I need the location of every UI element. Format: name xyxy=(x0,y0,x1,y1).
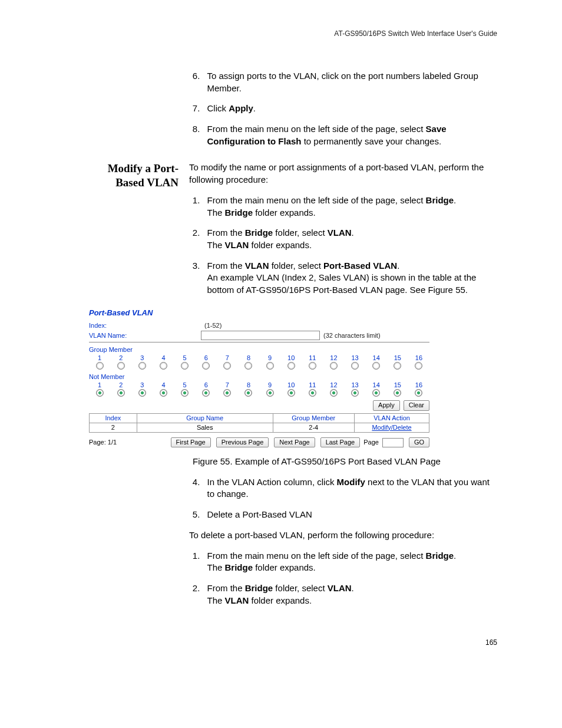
not-member-label: Not Member xyxy=(89,373,429,381)
step-4: In the VLAN Action column, click Modify … xyxy=(203,476,498,500)
port-header-2: 2 xyxy=(110,381,131,389)
not-member-radio-3[interactable] xyxy=(138,389,146,397)
not-member-radio-15[interactable] xyxy=(394,389,401,397)
port-header-9: 9 xyxy=(259,381,280,389)
group-member-radio-9[interactable] xyxy=(266,362,274,370)
not-member-radio-13[interactable] xyxy=(351,389,359,397)
not-member-radio-16[interactable] xyxy=(415,389,422,397)
delete-step-1: From the main menu on the left side of t… xyxy=(203,550,498,574)
td-index: 2 xyxy=(90,423,137,432)
not-member-radio-9[interactable] xyxy=(266,389,274,397)
group-member-radio-2[interactable] xyxy=(117,362,125,370)
port-header-10: 10 xyxy=(280,381,302,389)
not-member-radio-10[interactable] xyxy=(287,389,295,397)
vlan-table: Index Group Name Group Member VLAN Actio… xyxy=(89,413,429,433)
group-member-radio-5[interactable] xyxy=(181,362,189,370)
not-member-radio-1[interactable] xyxy=(96,389,104,397)
group-member-radio-13[interactable] xyxy=(351,362,359,370)
modify-step-3: From the VLAN folder, select Port-Based … xyxy=(203,260,498,297)
step-5: Delete a Port-Based VLAN xyxy=(203,509,498,521)
port-header-1: 1 xyxy=(89,381,110,389)
td-group: Sales xyxy=(137,423,273,432)
port-header-3: 3 xyxy=(131,354,153,362)
not-member-radio-14[interactable] xyxy=(372,389,380,397)
group-member-radio-11[interactable] xyxy=(309,362,316,370)
vlan-panel: Port-Based VLAN Index: (1-52) VLAN Name:… xyxy=(89,308,429,447)
group-member-radio-14[interactable] xyxy=(372,362,380,370)
port-header-12: 12 xyxy=(323,381,344,389)
not-member-ports: 12345678910111213141516 xyxy=(89,381,429,389)
not-member-radios xyxy=(89,389,429,397)
not-member-radio-8[interactable] xyxy=(244,389,252,397)
group-member-label: Group Member xyxy=(89,346,429,354)
group-member-radio-8[interactable] xyxy=(244,362,252,370)
last-page-button[interactable]: Last Page xyxy=(320,437,361,447)
group-member-radio-12[interactable] xyxy=(330,362,338,370)
port-header-11: 11 xyxy=(302,354,323,362)
port-header-16: 16 xyxy=(408,381,429,389)
delete-intro: To delete a port-based VLAN, perform the… xyxy=(189,529,497,542)
port-header-15: 15 xyxy=(387,354,408,362)
go-button[interactable]: GO xyxy=(409,437,429,447)
vlan-name-input[interactable] xyxy=(201,331,320,340)
first-page-button[interactable]: First Page xyxy=(171,437,211,447)
not-member-radio-5[interactable] xyxy=(181,389,189,397)
modify-delete-link[interactable]: Modify/Delete xyxy=(372,424,411,431)
section-intro: To modify the name or port assignments o… xyxy=(189,162,497,186)
next-page-button[interactable]: Next Page xyxy=(274,437,315,447)
th-index: Index xyxy=(90,413,137,423)
port-header-7: 7 xyxy=(217,381,238,389)
port-header-15: 15 xyxy=(387,381,408,389)
section-heading: Modify a Port-Based VLAN xyxy=(80,162,189,190)
figure-caption: Figure 55. Example of AT-GS950/16PS Port… xyxy=(136,456,497,468)
group-member-radio-15[interactable] xyxy=(394,362,401,370)
page-input[interactable] xyxy=(382,438,404,447)
index-hint: (1-52) xyxy=(204,322,222,330)
group-member-ports: 12345678910111213141516 xyxy=(89,354,429,362)
group-member-radio-3[interactable] xyxy=(138,362,146,370)
not-member-radio-2[interactable] xyxy=(117,389,125,397)
port-header-1: 1 xyxy=(89,354,110,362)
group-member-radio-10[interactable] xyxy=(287,362,295,370)
port-header-6: 6 xyxy=(196,354,217,362)
group-member-radio-7[interactable] xyxy=(223,362,231,370)
th-action: VLAN Action xyxy=(355,413,429,423)
top-procedure: To assign ports to the VLAN, click on th… xyxy=(189,70,497,147)
after-fig-steps: In the VLAN Action column, click Modify … xyxy=(189,476,497,521)
modify-step-1: From the main menu on the left side of t… xyxy=(203,195,498,219)
port-header-9: 9 xyxy=(259,354,280,362)
previous-page-button[interactable]: Previous Page xyxy=(216,437,269,447)
group-member-radio-16[interactable] xyxy=(415,362,422,370)
group-member-radio-6[interactable] xyxy=(202,362,210,370)
page-number: 165 xyxy=(80,638,497,647)
th-member: Group Member xyxy=(273,413,354,423)
port-header-10: 10 xyxy=(280,354,302,362)
not-member-radio-11[interactable] xyxy=(309,389,316,397)
port-header-14: 14 xyxy=(366,354,387,362)
group-member-radio-4[interactable] xyxy=(160,362,167,370)
not-member-radio-4[interactable] xyxy=(160,389,167,397)
clear-button[interactable]: Clear xyxy=(404,400,429,410)
port-header-2: 2 xyxy=(110,354,131,362)
page-header: AT-GS950/16PS Switch Web Interface User'… xyxy=(80,29,497,38)
delete-procedure: From the main menu on the left side of t… xyxy=(189,550,497,607)
port-header-5: 5 xyxy=(174,354,196,362)
apply-button[interactable]: Apply xyxy=(373,400,400,410)
modify-procedure: From the main menu on the left side of t… xyxy=(189,195,497,297)
port-header-11: 11 xyxy=(302,381,323,389)
port-header-8: 8 xyxy=(238,381,259,389)
vlan-name-hint: (32 characters limit) xyxy=(323,332,381,340)
port-header-3: 3 xyxy=(131,381,153,389)
td-member: 2-4 xyxy=(273,423,354,432)
port-header-13: 13 xyxy=(345,381,366,389)
port-header-6: 6 xyxy=(196,381,217,389)
not-member-radio-12[interactable] xyxy=(330,389,338,397)
not-member-radio-6[interactable] xyxy=(202,389,210,397)
not-member-radio-7[interactable] xyxy=(223,389,231,397)
group-member-radio-1[interactable] xyxy=(96,362,104,370)
step-7: Click Apply. xyxy=(203,103,498,115)
delete-step-2: From the Bridge folder, select VLAN. The… xyxy=(203,582,498,607)
port-header-16: 16 xyxy=(408,354,429,362)
port-header-13: 13 xyxy=(345,354,366,362)
port-header-4: 4 xyxy=(153,354,174,362)
